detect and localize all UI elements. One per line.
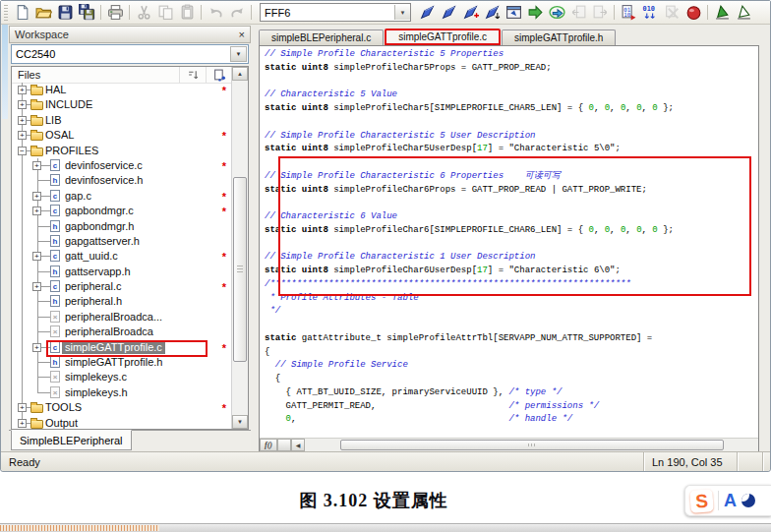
tree-item-osal[interactable]: +OSAL*	[12, 128, 232, 143]
debug-stop-icon[interactable]	[682, 3, 704, 23]
expand-icon[interactable]: +	[18, 86, 27, 94]
tree-item-label[interactable]: gap.c	[62, 190, 94, 203]
tree-item-label[interactable]: peripheralBroadca	[62, 325, 156, 338]
ime-language-button[interactable]: A	[724, 492, 737, 509]
make-icon[interactable]: 0110	[618, 3, 639, 23]
tree-item-output[interactable]: +Output	[12, 416, 232, 429]
tree-scrollbar-thumb[interactable]	[233, 177, 247, 362]
tree-item-simplegattprofile-c[interactable]: +csimpleGATTprofile.c*	[12, 340, 232, 355]
tree-item-gapbondmgr-h[interactable]: hgapbondmgr.h	[12, 219, 232, 234]
tree-item-devinfoservice-c[interactable]: +cdevinfoservice.c*	[12, 158, 232, 173]
bookmark-dart-2-icon[interactable]	[438, 3, 459, 23]
crescent-moon-icon[interactable]	[741, 494, 755, 507]
compile-icon[interactable]: 010	[639, 3, 661, 23]
files-header-label[interactable]: Files	[12, 69, 179, 81]
tree-item-label[interactable]: INCLUDE	[42, 98, 95, 111]
scroll-down-icon[interactable]: ▼	[232, 415, 248, 429]
tree-item-gap-c[interactable]: +cgap.c*	[12, 189, 232, 204]
chevron-down-icon[interactable]: ▼	[230, 46, 247, 62]
expand-icon[interactable]: +	[32, 252, 41, 261]
tree-item-simplekeys-c[interactable]: ×simplekeys.c	[12, 370, 232, 384]
expand-icon[interactable]: +	[18, 100, 27, 109]
save-all-icon[interactable]	[76, 3, 97, 23]
tree-item-profiles[interactable]: −PROFILES	[12, 144, 232, 158]
tree-item-label[interactable]: simpleGATTprofile.h	[62, 356, 165, 369]
find-combobox[interactable]: FFF6 ▼	[260, 3, 411, 22]
tree-item-label[interactable]: LIB	[42, 114, 65, 127]
configuration-dropdown[interactable]: CC2540 ▼	[11, 44, 249, 64]
expand-icon[interactable]: +	[32, 192, 41, 201]
editor-tab-simplebleperipheral-c[interactable]: simpleBLEPeripheral.c	[259, 30, 384, 45]
expand-icon[interactable]: +	[18, 116, 27, 125]
tree-item-label[interactable]: HAL	[42, 84, 69, 96]
scroll-left-icon[interactable]: ◀	[291, 439, 305, 451]
tree-item-label[interactable]: gapbondmgr.h	[62, 220, 137, 233]
chevron-down-icon[interactable]: ▼	[394, 5, 410, 20]
nav-forward-green-icon[interactable]	[524, 3, 546, 23]
tree-vertical-scrollbar[interactable]: ▲ ▼	[231, 67, 248, 429]
expand-icon[interactable]: +	[32, 207, 41, 215]
tree-item-peripheralbroadca[interactable]: ×peripheralBroadca	[12, 325, 232, 339]
output-column-icon[interactable]	[206, 67, 232, 83]
split-box-button[interactable]	[277, 439, 291, 451]
expand-icon[interactable]: +	[32, 282, 41, 291]
tree-item-label[interactable]: simplekeys.c	[62, 371, 130, 384]
tree-item-peripheral-h[interactable]: hperipheral.h	[12, 294, 232, 309]
sogou-logo-icon[interactable]: S	[689, 489, 714, 513]
tree-item-peripheral-c[interactable]: +cperipheral.c*	[12, 279, 232, 294]
tree-item-label[interactable]: peripheralBroadca...	[62, 311, 165, 324]
expand-icon[interactable]: +	[18, 131, 27, 140]
tree-item-label[interactable]: TOOLS	[42, 401, 85, 414]
tree-item-label[interactable]: gatt_uuid.c	[62, 250, 121, 263]
tree-item-label[interactable]: gattservapp.h	[62, 266, 134, 278]
tree-item-label[interactable]: PROFILES	[42, 145, 101, 157]
new-document-icon[interactable]	[11, 3, 32, 23]
hscroll-track[interactable]	[305, 439, 758, 451]
tree-item-label[interactable]: peripheral.c	[62, 280, 124, 293]
tree-item-tools[interactable]: +TOOLS*	[12, 400, 232, 415]
bookmark-dart-icon[interactable]	[416, 3, 438, 23]
function-list-button[interactable]: f()	[260, 439, 277, 451]
expand-icon[interactable]: +	[32, 343, 41, 352]
expand-icon[interactable]: +	[18, 419, 27, 428]
tree-item-simplekeys-h[interactable]: ×simplekeys.h	[12, 385, 232, 400]
tree-item-peripheralbroadca-[interactable]: ×peripheralBroadca...	[12, 310, 232, 325]
tree-item-hal[interactable]: +HAL*	[12, 83, 232, 97]
tree-item-gattservapp-h[interactable]: hgattservapp.h	[12, 265, 232, 279]
editor-tab-simplegattprofile-c[interactable]: simpleGATTprofile.c	[385, 29, 501, 45]
nav-bubble-green-icon[interactable]	[546, 3, 567, 23]
tree-item-simplegattprofile-h[interactable]: hsimpleGATTprofile.h	[12, 355, 232, 370]
tree-item-label[interactable]: devinfoservice.c	[62, 159, 146, 172]
scroll-up-icon[interactable]: ▲	[232, 67, 248, 81]
editor-tab-simplegattprofile-h[interactable]: simpleGATTprofile.h	[502, 30, 616, 45]
tree-item-label[interactable]: gapbondmgr.c	[62, 205, 137, 217]
find-window-icon[interactable]	[503, 3, 524, 23]
bookmark-dart-add-icon[interactable]	[459, 3, 481, 23]
tree-item-gatt-uuid-c[interactable]: +cgatt_uuid.c*	[12, 249, 232, 264]
tree-item-label[interactable]: devinfoservice.h	[62, 174, 147, 187]
tree-item-label[interactable]: gapgattserver.h	[62, 235, 143, 248]
open-file-icon[interactable]	[32, 3, 54, 23]
expand-icon[interactable]: +	[32, 161, 41, 170]
expand-icon[interactable]: +	[18, 403, 27, 412]
download-debug-icon[interactable]	[711, 3, 733, 23]
tree-item-include[interactable]: +INCLUDE	[12, 97, 232, 112]
print-icon[interactable]	[104, 3, 126, 23]
tree-item-lib[interactable]: +LIB	[12, 113, 232, 128]
tree-item-gapgattserver-h[interactable]: hgapgattserver.h	[12, 234, 232, 249]
collapse-icon[interactable]: −	[18, 147, 27, 155]
save-icon[interactable]	[54, 3, 76, 23]
configuration-value[interactable]: CC2540	[12, 48, 230, 60]
tree-item-label[interactable]: Output	[42, 417, 81, 429]
debug-without-download-icon[interactable]	[733, 3, 754, 23]
tree-item-label[interactable]: peripheral.h	[62, 295, 125, 308]
tree-item-devinfoservice-h[interactable]: hdevinfoservice.h	[12, 173, 232, 188]
tree-item-label[interactable]: OSAL	[42, 129, 77, 142]
bookmark-dart-down-icon[interactable]	[481, 3, 503, 23]
hscroll-thumb[interactable]	[340, 440, 724, 450]
sort-order-icon[interactable]	[179, 67, 206, 83]
close-icon[interactable]: ×	[239, 30, 245, 39]
tree-item-gapbondmgr-c[interactable]: +cgapbondmgr.c*	[12, 204, 232, 218]
find-combobox-value[interactable]: FFF6	[261, 7, 394, 19]
workspace-tab-simplebleperipheral[interactable]: SimpleBLEPeripheral	[11, 430, 132, 450]
